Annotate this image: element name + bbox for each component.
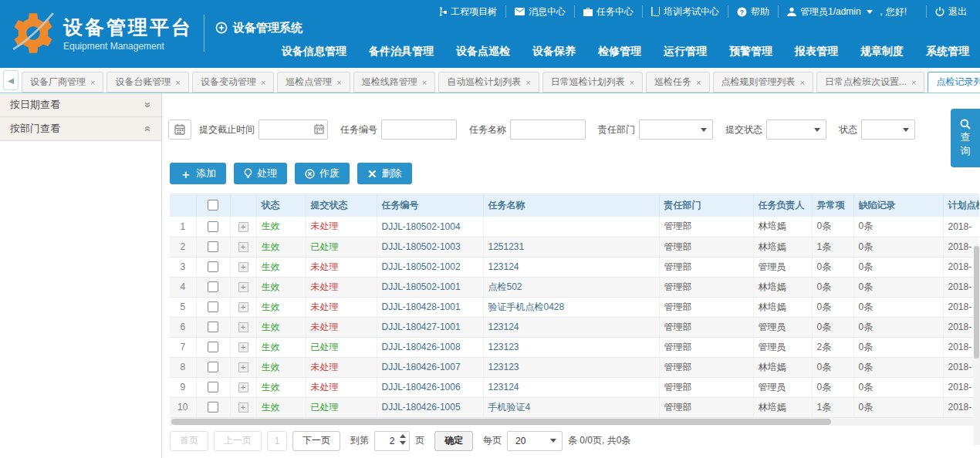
nav-item[interactable]: 报表管理 (795, 45, 838, 59)
task-center-link[interactable]: 任务中心 (574, 5, 642, 18)
sidebar-section-by-dept[interactable]: 按部门查看 « (0, 117, 161, 141)
nav-item[interactable]: 系统管理 (926, 45, 969, 59)
sidebar-section-by-date[interactable]: 按日期查看 » (0, 93, 161, 117)
tab-close-icon[interactable]: × (175, 78, 180, 87)
table-row[interactable]: 2 + 生效 已处理 DJJL-180502-1003 1251231 管理部 … (170, 237, 979, 257)
row-checkbox[interactable] (208, 402, 218, 413)
nav-item[interactable]: 规章制度 (860, 45, 904, 59)
horizontal-scrollbar-thumb[interactable] (171, 419, 831, 425)
calendar-input-icon[interactable] (314, 124, 324, 134)
row-checkbox[interactable] (208, 241, 218, 252)
table-row[interactable]: 8 + 生效 未处理 DJJL-180426-1007 123123 管理部 林… (170, 357, 979, 377)
tab[interactable]: 点检记录列表 × (928, 72, 980, 93)
row-expand-icon[interactable]: + (238, 322, 248, 332)
col-task-no: 任务编号 (377, 194, 483, 217)
search-button[interactable]: 查 询 (951, 109, 980, 167)
nav-item[interactable]: 检修管理 (598, 45, 641, 59)
row-checkbox[interactable] (208, 281, 218, 292)
row-expand-icon[interactable]: + (238, 382, 248, 392)
current-page-button[interactable]: 1 (267, 431, 287, 451)
row-checkbox[interactable] (208, 221, 218, 232)
tab[interactable]: 设备厂商管理 × (22, 72, 103, 93)
row-expand-icon[interactable]: + (238, 362, 248, 372)
add-button[interactable]: ＋ 添加 (170, 163, 226, 184)
row-expand-icon[interactable]: + (238, 282, 248, 292)
first-page-button[interactable]: 首页 (170, 431, 208, 451)
tab-close-icon[interactable]: × (422, 78, 427, 87)
tab-close-icon[interactable]: × (911, 78, 916, 87)
tab-close-icon[interactable]: × (525, 78, 530, 87)
nav-item[interactable]: 运行管理 (664, 45, 707, 59)
status-select[interactable] (861, 120, 915, 140)
table-row[interactable]: 10 + 生效 已处理 DJJL-180426-1005 手机验证4 管理部 林… (170, 397, 979, 417)
prev-page-button[interactable]: 上一页 (214, 431, 262, 451)
row-expand-icon[interactable]: + (238, 242, 248, 252)
project-tree-link[interactable]: 工程项目树 (430, 5, 505, 18)
row-checkbox[interactable] (208, 362, 218, 372)
submit-status-select[interactable] (766, 120, 826, 140)
tab[interactable]: 巡检点管理 × (277, 72, 350, 93)
tab[interactable]: 自动巡检计划列表 × (438, 72, 539, 93)
row-expand-icon[interactable]: + (238, 402, 248, 413)
tabs-scroll-left-button[interactable]: ◀ (3, 70, 19, 90)
table-row[interactable]: 5 + 生效 未处理 DJJL-180428-1001 验证手机点检0428 管… (170, 297, 979, 317)
table-row[interactable]: 6 + 生效 未处理 DJJL-180427-1001 123124 管理部 管… (170, 317, 979, 337)
row-expand-icon[interactable]: + (238, 342, 248, 352)
row-expand-icon[interactable]: + (238, 262, 248, 272)
next-page-button[interactable]: 下一页 (292, 431, 340, 451)
row-checkbox[interactable] (208, 261, 218, 272)
row-checkbox[interactable] (208, 301, 218, 312)
logout-button[interactable]: 退出 (926, 5, 975, 18)
nav-item[interactable]: 预警管理 (729, 45, 772, 59)
task-no-input[interactable] (381, 120, 457, 140)
dept-select[interactable] (639, 120, 713, 140)
training-center-link[interactable]: 培训考试中心 (642, 5, 728, 18)
tab-close-icon[interactable]: × (800, 78, 805, 87)
task-name-input[interactable] (510, 120, 586, 140)
horizontal-scrollbar[interactable] (170, 418, 979, 426)
vertical-scrollbar-thumb[interactable] (974, 246, 979, 359)
table-row[interactable]: 3 + 生效 未处理 DJJL-180502-1002 123124 管理部 管… (170, 257, 979, 277)
row-checkbox[interactable] (208, 382, 218, 392)
goto-page-stepper[interactable]: 2 (374, 431, 410, 451)
select-all-checkbox[interactable] (208, 200, 218, 210)
user-menu[interactable]: 管理员1/admin ，您好! (778, 5, 915, 18)
tab[interactable]: 巡检任务 × (646, 72, 709, 93)
row-checkbox[interactable] (208, 322, 218, 332)
row-expand-icon[interactable]: + (238, 222, 248, 232)
table-row[interactable]: 9 + 生效 未处理 DJJL-180426-1006 123124 管理部 管… (170, 377, 979, 397)
tab[interactable]: 日常巡检计划列表 × (542, 72, 643, 93)
help-link[interactable]: ? 帮助 (728, 5, 778, 18)
tab-close-icon[interactable]: × (696, 78, 701, 87)
add-label: 添加 (196, 167, 216, 180)
table-row[interactable]: 7 + 生效 已处理 DJJL-180426-1008 123123 管理部 管… (170, 337, 979, 357)
delete-button[interactable]: ✕ 删除 (357, 163, 412, 184)
per-page-select[interactable]: 20 (507, 431, 563, 451)
table-row[interactable]: 1 + 生效 未处理 DJJL-180502-1004 管理部 林培嫣 0条 0… (170, 217, 979, 237)
message-center-link[interactable]: 消息中心 (505, 5, 574, 18)
void-button[interactable]: 作废 (295, 163, 350, 184)
process-button[interactable]: 处理 (234, 163, 287, 184)
tab[interactable]: 设备台账管理 × (106, 72, 188, 93)
tab-close-icon[interactable]: × (630, 78, 634, 87)
nav-item[interactable]: 备件治具管理 (369, 45, 434, 59)
calendar-button[interactable] (168, 120, 191, 140)
tab[interactable]: 设备变动管理 × (192, 72, 274, 93)
tab[interactable]: 点检规则管理列表 × (713, 72, 813, 93)
nav-item[interactable]: 设备信息管理 (282, 45, 346, 59)
stepper-down-icon[interactable] (400, 441, 406, 445)
row-status: 生效 (256, 317, 306, 337)
row-checkbox[interactable] (208, 342, 218, 352)
tab[interactable]: 巡检线路管理 × (353, 72, 435, 93)
tab-close-icon[interactable]: × (261, 78, 265, 87)
vertical-scrollbar[interactable] (973, 244, 980, 445)
tab[interactable]: 日常点检班次设置... × (816, 72, 924, 93)
confirm-page-button[interactable]: 确定 (434, 431, 473, 451)
tab-close-icon[interactable]: × (336, 78, 341, 87)
row-expand-icon[interactable]: + (238, 302, 248, 312)
table-row[interactable]: 4 + 生效 未处理 DJJL-180502-1001 点检502 管理部 林培… (170, 277, 979, 297)
nav-item[interactable]: 设备点巡检 (456, 45, 510, 59)
nav-item[interactable]: 设备保养 (532, 45, 576, 59)
tab-close-icon[interactable]: × (90, 78, 95, 87)
stepper-up-icon[interactable] (400, 434, 406, 438)
